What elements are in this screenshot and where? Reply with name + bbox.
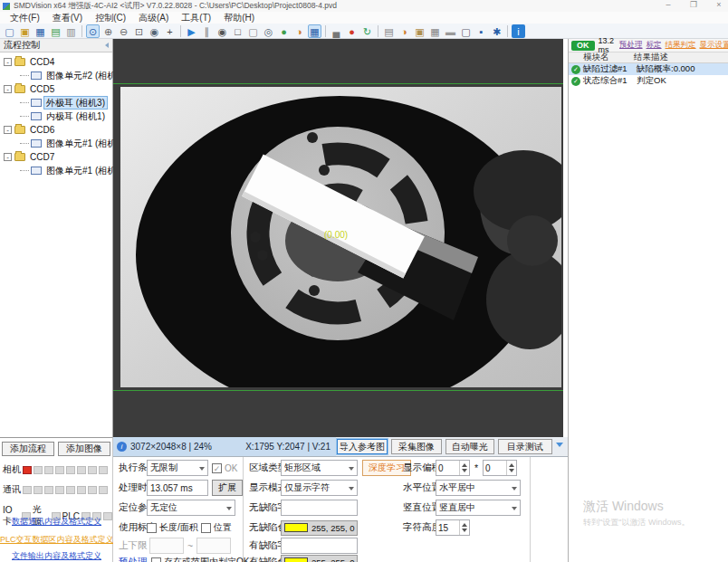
format-def-link-0[interactable]: 数据通讯内容及格式定义 xyxy=(0,516,113,528)
tree-folder-row[interactable]: -CCD4 xyxy=(0,55,112,69)
menu-item-4[interactable]: 工具(T) xyxy=(175,12,217,24)
close-button[interactable]: × xyxy=(714,0,724,9)
limit-high-field[interactable] xyxy=(196,538,231,554)
template-icon[interactable]: ▢ xyxy=(246,24,260,38)
info-icon[interactable]: i xyxy=(512,24,525,38)
save-icon[interactable]: ▦ xyxy=(34,24,47,38)
add-image-button[interactable]: 添加图像 xyxy=(58,442,110,456)
tree-folder-row[interactable]: -CCD6 xyxy=(0,123,112,137)
process-time-field[interactable]: 13.057 ms xyxy=(147,480,208,496)
open-folder-icon[interactable]: ▣ xyxy=(18,24,32,38)
monitor-icon[interactable]: ▢ xyxy=(459,24,473,38)
maximize-button[interactable]: ❐ xyxy=(688,0,699,9)
new-file-icon[interactable]: ▢ xyxy=(3,24,16,38)
device-panel: 添加流程 添加图像 相机通讯IO卡光源PLC 数据通讯内容及格式定义PLC交互数… xyxy=(0,437,113,562)
check-globe-icon[interactable]: ● xyxy=(277,24,291,38)
defect-text-field[interactable] xyxy=(281,538,358,554)
folders-icon[interactable]: ▣ xyxy=(413,24,426,38)
tree-folder-row[interactable]: -CCD7 xyxy=(0,150,112,164)
menu-item-2[interactable]: 控制(C) xyxy=(89,12,132,24)
menu-item-1[interactable]: 查看(V) xyxy=(46,12,89,24)
expand-button[interactable]: 扩展 xyxy=(212,480,243,496)
position-ref-select[interactable]: 无定位 xyxy=(147,500,235,516)
offset-y-spinner[interactable]: 0 xyxy=(483,460,517,476)
device-icon[interactable]: ▪ xyxy=(474,24,488,38)
roi-rect-icon[interactable]: □ xyxy=(231,24,244,38)
add-flow-button[interactable]: 添加流程 xyxy=(2,442,54,456)
location-pin-icon[interactable]: ● xyxy=(345,24,359,38)
machine-icon[interactable]: ▄ xyxy=(330,24,343,38)
no-defect-text-field[interactable] xyxy=(281,500,358,516)
collapse-icon[interactable]: - xyxy=(4,85,12,93)
tree-unit-row[interactable]: 图像单元#2 (相机1) xyxy=(0,69,112,82)
printer-icon[interactable]: ▤ xyxy=(382,24,396,38)
no-defect-color-picker[interactable]: 255, 255, 0 xyxy=(281,520,358,536)
sync-icon[interactable]: ◑ xyxy=(398,24,411,38)
format-def-link-1[interactable]: PLC交互数据区内容及格式定义 xyxy=(0,534,113,546)
menu-item-0[interactable]: 文件(F) xyxy=(4,12,46,24)
settings-gear-icon[interactable]: ✱ xyxy=(490,24,503,38)
collapse-icon[interactable]: - xyxy=(4,126,12,134)
results-link-3[interactable]: 显示设置 xyxy=(700,40,728,51)
tree-unit-row[interactable]: 外极耳 (相机3) xyxy=(0,96,112,110)
exec-condition-select[interactable]: 无限制 xyxy=(147,460,208,476)
zoom-icon[interactable]: ⊙ xyxy=(86,24,100,38)
record-icon[interactable]: ◉ xyxy=(216,24,229,38)
limits-label: 上下限 xyxy=(119,539,148,552)
auto-exposure-button[interactable]: 自动曝光 xyxy=(445,439,494,454)
display-mode-select[interactable]: 仅显示字符 xyxy=(281,480,358,496)
menu-item-3[interactable]: 高级(A) xyxy=(132,12,175,24)
image-viewport[interactable]: (0.00) xyxy=(113,39,563,437)
minimize-button[interactable]: – xyxy=(663,0,674,9)
camera-icon[interactable]: ◎ xyxy=(262,24,275,38)
tree-folder-row[interactable]: -CCD5 xyxy=(0,82,112,96)
length-area-checkbox[interactable] xyxy=(147,523,157,533)
tree-unit-row[interactable]: 图像单元#1 (相机4) xyxy=(0,137,112,150)
defect-color-picker[interactable]: 255, 255, 0 xyxy=(281,555,358,562)
crosshair-icon[interactable]: + xyxy=(163,24,177,38)
zoom-out-icon[interactable]: ⊖ xyxy=(117,24,130,38)
gallery-icon[interactable]: ▦ xyxy=(428,24,442,38)
window-layout-icon[interactable]: ▥ xyxy=(64,24,78,38)
position-checkbox[interactable] xyxy=(201,523,211,533)
v-pos-select[interactable]: 竖直居中 xyxy=(436,500,521,516)
grab-image-button[interactable]: 采集图像 xyxy=(391,439,442,454)
region-type-select[interactable]: 矩形区域 xyxy=(281,460,358,476)
ok-checkbox[interactable]: ✓ xyxy=(212,463,222,473)
pause-icon[interactable]: ∥ xyxy=(200,24,214,38)
result-row[interactable]: ✓缺陷过滤#1缺陷概率:0.000 xyxy=(569,63,728,75)
in-range-ok-checkbox[interactable] xyxy=(151,557,161,562)
import-reference-button[interactable]: 导入参考图 xyxy=(337,439,388,454)
app-icon xyxy=(3,3,10,10)
tree-unit-row[interactable]: 内极耳 (相机1) xyxy=(0,110,112,123)
result-module-name: 缺陷过滤#1 xyxy=(583,63,637,75)
run-once-timer-icon[interactable]: ◑ xyxy=(292,24,306,38)
zoom-in-icon[interactable]: ⊕ xyxy=(101,24,115,38)
collapse-icon[interactable]: - xyxy=(4,153,12,161)
eye-icon[interactable]: ◉ xyxy=(148,24,161,38)
limit-low-field[interactable] xyxy=(149,538,184,554)
collapse-icon[interactable]: - xyxy=(4,58,12,66)
zoom-fit-icon[interactable]: ⊡ xyxy=(132,24,146,38)
run-icon[interactable]: ▶ xyxy=(185,24,198,38)
results-link-1[interactable]: 标定 xyxy=(647,40,662,51)
format-def-link-2[interactable]: 文件输出内容及格式定义 xyxy=(0,550,113,562)
collapse-panel-icon[interactable] xyxy=(105,43,109,48)
directory-test-button[interactable]: 目录测试 xyxy=(498,439,552,454)
tree-unit-row[interactable]: 图像单元#1 (相机2) xyxy=(0,164,112,177)
menu-item-5[interactable]: 帮助(H) xyxy=(217,12,261,24)
result-row[interactable]: ✓状态综合#1判定OK xyxy=(569,75,728,87)
disk-icon[interactable]: ▬ xyxy=(444,24,457,38)
tile-view-icon[interactable]: ▦ xyxy=(308,24,321,38)
offset-x-spinner[interactable]: 0 xyxy=(436,460,470,476)
char-height-spinner[interactable]: 15 xyxy=(436,519,470,536)
save-all-icon[interactable]: ▤ xyxy=(49,24,62,38)
results-link-0[interactable]: 预处理 xyxy=(619,40,643,51)
result-module-name: 状态综合#1 xyxy=(583,75,637,87)
refresh-icon[interactable]: ↻ xyxy=(360,24,374,38)
results-link-2[interactable]: 结果判定 xyxy=(666,40,696,51)
h-pos-select[interactable]: 水平居中 xyxy=(436,480,521,496)
preprocess-link[interactable]: 预处理 xyxy=(119,556,148,562)
column-result-desc: 结果描述 xyxy=(634,52,668,63)
more-tests-dropdown-icon[interactable] xyxy=(556,443,563,447)
